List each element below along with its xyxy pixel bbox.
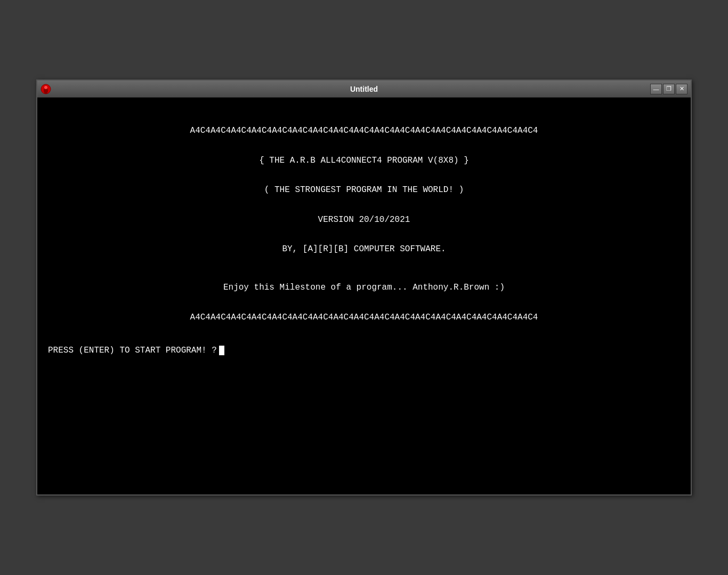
prompt-text: PRESS (ENTER) TO START PROGRAM! ? — [48, 346, 217, 355]
terminal-content: A4C4A4C4A4C4A4C4A4C4A4C4A4C4A4C4A4C4A4C4… — [48, 108, 680, 355]
window-title: Untitled — [350, 85, 378, 93]
spacer-4 — [48, 227, 680, 243]
spacer-top — [48, 108, 680, 124]
spacer-1 — [48, 138, 680, 154]
spacer-2 — [48, 167, 680, 183]
spacer-3 — [48, 197, 680, 213]
enjoy-message: Enjoy this Milestone of a program... Ant… — [48, 281, 680, 295]
titlebar: Untitled — ❐ ✕ — [37, 81, 691, 98]
close-button[interactable]: ✕ — [676, 84, 687, 94]
spacer-7 — [48, 324, 680, 340]
application-window: Untitled — ❐ ✕ A4C4A4C4A4C4A4C4A4C4A4C4A… — [36, 79, 692, 496]
app-icon — [41, 84, 51, 94]
version: VERSION 20/10/2021 — [48, 213, 680, 227]
separator-bottom: A4C4A4C4A4C4A4C4A4C4A4C4A4C4A4C4A4C4A4C4… — [48, 311, 680, 325]
svg-point-2 — [44, 86, 47, 89]
spacer-6 — [48, 295, 680, 311]
restore-button[interactable]: ❐ — [663, 84, 675, 94]
author: BY, [A][R][B] COMPUTER SOFTWARE. — [48, 243, 680, 257]
spacer-5b — [48, 273, 680, 281]
terminal-window: A4C4A4C4A4C4A4C4A4C4A4C4A4C4A4C4A4C4A4C4… — [37, 98, 691, 494]
titlebar-left — [41, 84, 51, 94]
prompt-line[interactable]: PRESS (ENTER) TO START PROGRAM! ? — [48, 346, 680, 355]
spacer-5 — [48, 257, 680, 273]
program-name: { THE A.R.B ALL4CONNECT4 PROGRAM V(8X8) … — [48, 154, 680, 168]
window-controls: — ❐ ✕ — [650, 84, 687, 94]
minimize-button[interactable]: — — [650, 84, 662, 94]
separator-top: A4C4A4C4A4C4A4C4A4C4A4C4A4C4A4C4A4C4A4C4… — [48, 124, 680, 138]
cursor — [219, 346, 224, 355]
tagline: ( THE STRONGEST PROGRAM IN THE WORLD! ) — [48, 183, 680, 197]
